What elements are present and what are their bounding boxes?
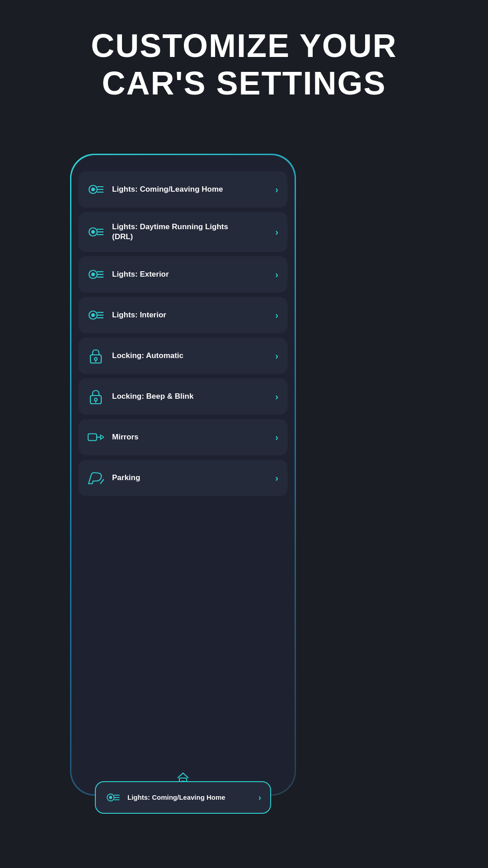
menu-item-lights-coming-leaving[interactable]: Lights: Coming/Leaving Home › [79, 171, 287, 208]
chevron-right-icon: › [275, 310, 278, 321]
menu-item-left: Locking: Beep & Blink [88, 388, 193, 405]
menu-item-label: Lights: Exterior [112, 269, 169, 279]
menu-item-lights-interior[interactable]: Lights: Interior › [79, 297, 287, 333]
chevron-right-icon: › [275, 227, 278, 237]
menu-item-label: Lights: Coming/Leaving Home [112, 184, 223, 194]
tooltip-left: Lights: Coming/Leaving Home [105, 789, 225, 806]
lock-icon [88, 348, 104, 364]
menu-item-left: Parking [88, 470, 140, 486]
phone-inner-frame: Lights: Coming/Leaving Home › [71, 155, 295, 794]
headlight-icon [88, 224, 104, 240]
svg-point-14 [91, 273, 95, 276]
floating-tooltip[interactable]: Lights: Coming/Leaving Home › [95, 781, 271, 814]
menu-item-lights-exterior[interactable]: Lights: Exterior › [79, 256, 287, 292]
tooltip-chevron-icon: › [258, 793, 261, 802]
menu-item-lights-drl[interactable]: Lights: Daytime Running Lights (DRL) › [79, 212, 287, 252]
menu-list: Lights: Coming/Leaving Home › [79, 171, 287, 496]
chevron-right-icon: › [275, 351, 278, 361]
svg-point-36 [109, 796, 112, 799]
chevron-right-icon: › [275, 392, 278, 402]
phone-screen: Lights: Coming/Leaving Home › [71, 155, 295, 794]
headlight-icon [88, 307, 104, 323]
menu-item-parking[interactable]: Parking › [79, 460, 287, 496]
svg-point-4 [91, 188, 95, 191]
menu-item-label: Locking: Beep & Blink [112, 392, 193, 401]
menu-item-left: Lights: Coming/Leaving Home [88, 181, 223, 198]
tooltip-label: Lights: Coming/Leaving Home [127, 793, 225, 802]
menu-item-label: Mirrors [112, 432, 139, 442]
menu-item-label: Lights: Interior [112, 310, 166, 320]
svg-point-9 [91, 230, 95, 234]
page-title: CUSTOMIZE YOUR CAR'S SETTINGS [0, 0, 488, 120]
phone-outer-frame: Lights: Coming/Leaving Home › [70, 154, 296, 796]
svg-point-19 [91, 313, 95, 317]
svg-marker-28 [100, 435, 104, 439]
menu-item-left: Lights: Exterior [88, 266, 169, 283]
menu-item-left: Lights: Interior [88, 307, 166, 323]
svg-point-21 [94, 358, 97, 360]
menu-item-label: Parking [112, 473, 140, 483]
mirror-icon [88, 429, 104, 445]
headlight-icon [88, 266, 104, 283]
lock-icon [88, 388, 104, 405]
svg-rect-26 [88, 434, 97, 441]
svg-line-29 [100, 479, 104, 484]
menu-item-left: Locking: Automatic [88, 348, 183, 364]
svg-point-24 [94, 398, 97, 401]
chevron-right-icon: › [275, 269, 278, 280]
menu-item-locking-beep-blink[interactable]: Locking: Beep & Blink › [79, 378, 287, 415]
chevron-right-icon: › [275, 432, 278, 443]
tooltip-headlight-icon [105, 789, 121, 806]
menu-item-locking-automatic[interactable]: Locking: Automatic › [79, 338, 287, 374]
menu-item-left: Mirrors [88, 429, 139, 445]
menu-item-label: Lights: Daytime Running Lights (DRL) [112, 222, 243, 242]
menu-item-label: Locking: Automatic [112, 351, 183, 361]
headlight-icon [88, 181, 104, 198]
phone-device: Lights: Coming/Leaving Home › [70, 154, 296, 823]
parking-icon [88, 470, 104, 486]
menu-item-mirrors[interactable]: Mirrors › [79, 419, 287, 455]
chevron-right-icon: › [275, 473, 278, 483]
menu-item-left: Lights: Daytime Running Lights (DRL) [88, 222, 243, 242]
chevron-right-icon: › [275, 184, 278, 195]
